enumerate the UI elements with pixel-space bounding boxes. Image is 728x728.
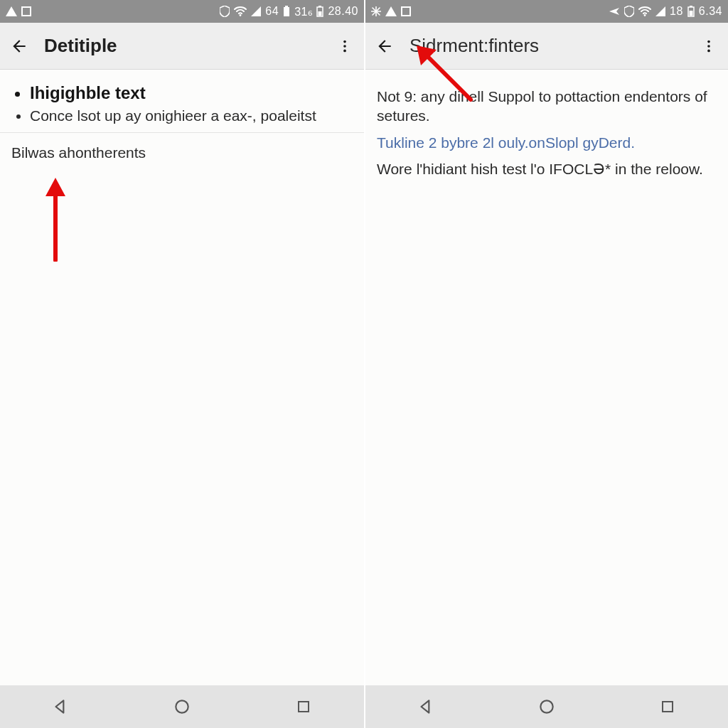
square-icon <box>401 6 411 16</box>
svg-marker-20 <box>385 6 397 16</box>
square-icon <box>21 6 31 16</box>
wifi-icon <box>234 6 247 16</box>
signal-percent: 18 <box>670 5 683 18</box>
paragraph-1: Not 9: any dinell Suppol to pottaction e… <box>377 87 717 126</box>
svg-rect-15 <box>299 702 309 712</box>
battery-icon <box>283 6 290 17</box>
phone-left: 64 31₆ 28.40 Detitiple Ihigigh <box>0 0 364 728</box>
svg-rect-25 <box>689 11 692 16</box>
back-button[interactable] <box>373 34 397 58</box>
svg-marker-3 <box>251 6 261 16</box>
divider <box>0 132 364 133</box>
triangle-up-icon <box>6 6 17 16</box>
svg-marker-23 <box>655 6 665 16</box>
dual-phone-canvas: 64 31₆ 28.40 Detitiple Ihigigh <box>0 0 728 728</box>
body-text: Bilwas ahontherents <box>11 143 353 162</box>
nav-home-button[interactable] <box>518 691 575 722</box>
status-bar: 18 6.34 <box>365 0 728 23</box>
airplane-icon <box>609 6 620 17</box>
app-bar: Sidrment:finters <box>365 23 728 70</box>
annotation-arrow <box>41 176 70 262</box>
snowflake-icon <box>371 6 381 16</box>
nav-back-button[interactable] <box>397 691 454 722</box>
nav-bar <box>365 685 728 728</box>
appbar-title: Detitiple <box>44 35 333 57</box>
bullet-heading: Ihigighble text <box>30 82 353 104</box>
content-area: Not 9: any dinell Suppol to pottaction e… <box>365 70 728 685</box>
status-right-icons: 64 31₆ 28.40 <box>220 5 358 18</box>
nav-home-button[interactable] <box>154 691 210 722</box>
paragraph-2: Wore l'hidiant hish test l'o IFOCLƏ* in … <box>377 159 717 178</box>
svg-point-28 <box>707 45 710 48</box>
battery-icon <box>687 6 695 17</box>
nav-bar <box>0 685 364 728</box>
svg-point-11 <box>343 49 346 52</box>
svg-point-14 <box>176 700 188 712</box>
status-left-icons <box>371 6 411 16</box>
svg-rect-5 <box>285 6 288 7</box>
svg-rect-26 <box>690 6 692 7</box>
svg-rect-8 <box>318 6 321 7</box>
app-bar: Detitiple <box>0 23 364 70</box>
bullet-list: Ihigighble text Conce lsot up ay onighie… <box>11 82 353 125</box>
bullet-item: Conce lsot up ay onighieer a eax-, poale… <box>30 107 353 125</box>
more-button[interactable] <box>697 34 721 58</box>
appbar-title: Sidrment:finters <box>410 35 697 57</box>
svg-point-29 <box>707 49 710 52</box>
svg-rect-7 <box>318 11 322 16</box>
svg-rect-1 <box>22 7 31 16</box>
wifi-icon <box>638 6 651 16</box>
svg-point-2 <box>240 14 242 16</box>
signal-percent: 64 <box>265 5 279 18</box>
clock-text: 6.34 <box>699 5 722 18</box>
svg-rect-21 <box>402 7 410 16</box>
cell-signal-icon <box>251 6 261 16</box>
link-text[interactable]: Tukline 2 bybre 2l ouly.onSlopl gyDerd. <box>377 133 717 152</box>
svg-point-32 <box>540 700 552 712</box>
svg-marker-0 <box>6 6 17 16</box>
svg-point-10 <box>343 45 346 48</box>
cell-signal-icon <box>655 6 665 16</box>
status-left-icons <box>6 6 31 16</box>
content-area: Ihigighble text Conce lsot up ay onighie… <box>0 70 364 685</box>
shield-icon <box>624 6 634 17</box>
nav-back-button[interactable] <box>32 691 89 722</box>
triangle-up-icon <box>385 6 397 16</box>
phone-right: 18 6.34 Sidrment:finters Not 9: any dine… <box>364 0 728 728</box>
more-button[interactable] <box>333 34 357 58</box>
svg-point-22 <box>644 14 646 16</box>
clock-text: 28.40 <box>328 5 358 18</box>
status-bar: 64 31₆ 28.40 <box>0 0 364 23</box>
svg-point-9 <box>343 40 346 43</box>
svg-point-27 <box>707 40 710 43</box>
shield-icon <box>220 6 230 17</box>
svg-rect-4 <box>284 7 289 16</box>
battery-icon-2 <box>316 6 323 17</box>
battery-percent-1: 31₆ <box>294 5 312 18</box>
status-right-icons: 18 6.34 <box>609 5 722 18</box>
nav-recent-button[interactable] <box>639 691 696 722</box>
svg-rect-33 <box>663 702 673 712</box>
svg-marker-13 <box>46 178 65 196</box>
nav-recent-button[interactable] <box>275 691 332 722</box>
back-button[interactable] <box>7 34 31 58</box>
